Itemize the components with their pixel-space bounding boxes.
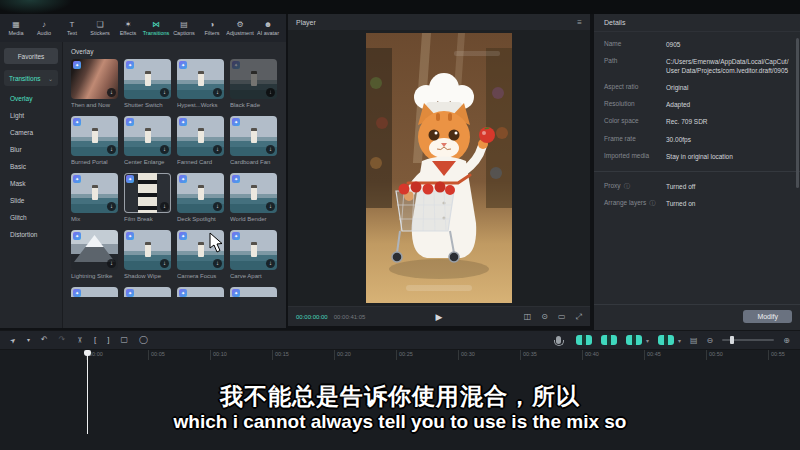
toolbar-item[interactable]: ⋈ Transitions xyxy=(142,20,170,36)
toolbar-item[interactable]: ♪ Audio xyxy=(30,20,58,36)
toolbar-item[interactable]: ⚙ Adjustment xyxy=(226,20,254,36)
sidebar-category[interactable]: Camera xyxy=(0,124,62,141)
details-label: Arrange layersⓘ xyxy=(604,199,666,208)
favorites-button[interactable]: Favorites xyxy=(4,48,58,64)
timeline-ruler[interactable]: 00:0000:0500:1000:1500:2000:2500:3000:35… xyxy=(86,350,800,360)
transition-item[interactable]: ✦ ↓ Center Enlarge xyxy=(124,116,171,173)
player-control-icon[interactable]: ⤢ xyxy=(576,312,582,322)
sidebar-category[interactable]: Light xyxy=(0,107,62,124)
toolbar-item[interactable]: ✶ Effects xyxy=(114,20,142,36)
toolbar-item[interactable]: T Text xyxy=(58,20,86,36)
timeline-tool-icon[interactable]: ➤ xyxy=(8,335,17,344)
vip-badge-icon: ✦ xyxy=(126,175,134,183)
sidebar-category[interactable]: Distortion xyxy=(0,226,62,243)
transition-item[interactable]: ✦ ↓ Black Fade xyxy=(230,59,277,116)
player-panel: Player ≡ xyxy=(288,14,590,326)
toolbar-item[interactable]: ❏ Stickers xyxy=(86,20,114,36)
timeline-tool-icon[interactable]: [ xyxy=(94,336,96,344)
download-icon: ↓ xyxy=(107,88,116,97)
toolbar-item[interactable]: ▤ Captions xyxy=(170,20,198,36)
transition-item[interactable]: ✦ ↓ xyxy=(124,287,171,297)
timeline-tool-icon[interactable]: ▾ xyxy=(27,337,30,343)
sidebar-category[interactable]: Slide xyxy=(0,192,62,209)
toolbar-item[interactable]: ◑ Filters xyxy=(198,20,226,36)
timeline-tool-icon[interactable]: ✂ xyxy=(76,337,84,344)
transition-item[interactable]: ✦ ↓ Burned Portal xyxy=(71,116,118,173)
chevron-down-icon[interactable]: ▾ xyxy=(678,337,681,344)
toolbar-item-label: Captions xyxy=(173,30,195,36)
transition-item[interactable]: ✦ ↓ Then and Now xyxy=(71,59,118,116)
ruler-tick: 00:00 xyxy=(86,350,148,360)
info-icon[interactable]: ⓘ xyxy=(624,183,630,189)
download-icon: ↓ xyxy=(160,88,169,97)
download-icon: ↓ xyxy=(107,145,116,154)
transition-item[interactable]: ✦ ↓ xyxy=(177,287,224,297)
microphone-icon[interactable] xyxy=(556,336,561,344)
chevron-down-icon[interactable]: ▾ xyxy=(646,337,649,344)
toolbar-item[interactable]: ▦ Media xyxy=(2,20,30,36)
sidebar-category[interactable]: Basic xyxy=(0,158,62,175)
sidebar-category[interactable]: Mask xyxy=(0,175,62,192)
vip-badge-icon: ✦ xyxy=(232,232,240,240)
transition-item[interactable]: ✦ ↓ World Bender xyxy=(230,173,277,230)
snapping-toggle-icon[interactable] xyxy=(576,335,592,345)
link-toggle-icon[interactable] xyxy=(626,335,642,345)
transition-item[interactable]: ✦ ↓ Lightning Strike xyxy=(71,230,118,287)
slider-handle[interactable] xyxy=(730,336,734,344)
player-menu-icon[interactable]: ≡ xyxy=(577,18,582,27)
sidebar-category[interactable]: Overlay xyxy=(0,90,62,107)
toolbar-item[interactable]: ☻ AI avatar xyxy=(254,20,282,36)
transition-item[interactable]: ✦ ↓ Hypest...Works xyxy=(177,59,224,116)
vip-badge-icon: ✦ xyxy=(232,289,240,297)
toolbar-item-label: Media xyxy=(9,30,24,36)
scrollbar[interactable] xyxy=(796,38,799,188)
details-row: Imported media Stay in original location xyxy=(594,148,800,165)
modify-button[interactable]: Modify xyxy=(743,310,792,323)
auto-ripple-toggle-icon[interactable] xyxy=(601,335,617,345)
toolbar-item-icon: ▤ xyxy=(180,20,188,29)
transition-name: Camera Focus xyxy=(177,273,224,279)
timeline-view-icon[interactable]: ▤ xyxy=(690,336,698,345)
zoom-in-icon[interactable]: ⊕ xyxy=(783,336,790,345)
transition-item[interactable]: ✦ ↓ xyxy=(230,287,277,297)
sidebar-category[interactable]: Glitch xyxy=(0,209,62,226)
transition-thumbnail: ✦ ↓ xyxy=(230,230,277,270)
download-icon: ↓ xyxy=(160,202,169,211)
play-button[interactable]: ▶ xyxy=(436,312,443,322)
transition-thumbnail: ✦ ↓ xyxy=(230,59,277,99)
details-row: Aspect ratio Original xyxy=(594,79,800,96)
zoom-out-icon[interactable]: ⊖ xyxy=(707,336,714,345)
player-control-icon[interactable]: ▭ xyxy=(558,312,566,322)
transition-item[interactable]: ✦ ↓ Carve Apart xyxy=(230,230,277,287)
details-label: Name xyxy=(604,40,666,49)
timeline-tool-icon[interactable]: ↷ xyxy=(59,336,66,344)
vip-badge-icon: ✦ xyxy=(126,61,134,69)
transition-item[interactable]: ✦ ↓ Shutter Switch xyxy=(124,59,171,116)
ruler-tick: 00:20 xyxy=(334,350,396,360)
ruler-tick: 00:05 xyxy=(148,350,210,360)
subtitle-english: which i cannot always tell you to use is… xyxy=(0,411,800,433)
toolbar-item-icon: ✶ xyxy=(125,20,132,29)
transition-item[interactable]: ✦ ↓ Cardboard Fan xyxy=(230,116,277,173)
player-control-icon[interactable]: ◫ xyxy=(524,312,532,322)
transition-thumbnail: ✦ ↓ xyxy=(177,173,224,213)
transition-item[interactable]: ✦ ↓ Mix xyxy=(71,173,118,230)
transitions-dropdown[interactable]: Transitions ⌄ xyxy=(4,70,58,86)
preview-toggle-icon[interactable] xyxy=(658,335,674,345)
timeline-tool-icon[interactable]: ◯ xyxy=(139,336,148,344)
player-control-icon[interactable]: ⊙ xyxy=(541,312,548,322)
video-preview[interactable] xyxy=(366,33,512,303)
timeline-tool-icon[interactable]: ] xyxy=(107,336,109,344)
sidebar-category[interactable]: Blur xyxy=(0,141,62,158)
timeline-tool-icon[interactable]: ▢ xyxy=(120,336,128,344)
timeline-tool-icon[interactable]: ↶ xyxy=(41,336,48,344)
transition-item[interactable]: ✦ ↓ xyxy=(71,287,118,297)
transition-item[interactable]: ✦ ↓ Fanned Card xyxy=(177,116,224,173)
timeline-zoom-slider[interactable] xyxy=(722,339,774,341)
transition-item[interactable]: ✦ ↓ Deck Spotlight xyxy=(177,173,224,230)
info-icon[interactable]: ⓘ xyxy=(649,200,655,206)
duration-timecode: 00:00:41:05 xyxy=(334,314,366,320)
transition-name: Hypest...Works xyxy=(177,102,224,108)
transition-item[interactable]: ✦ ↓ Shadow Wipe xyxy=(124,230,171,287)
transition-item[interactable]: ✦ ↓ Film Break xyxy=(124,173,171,230)
